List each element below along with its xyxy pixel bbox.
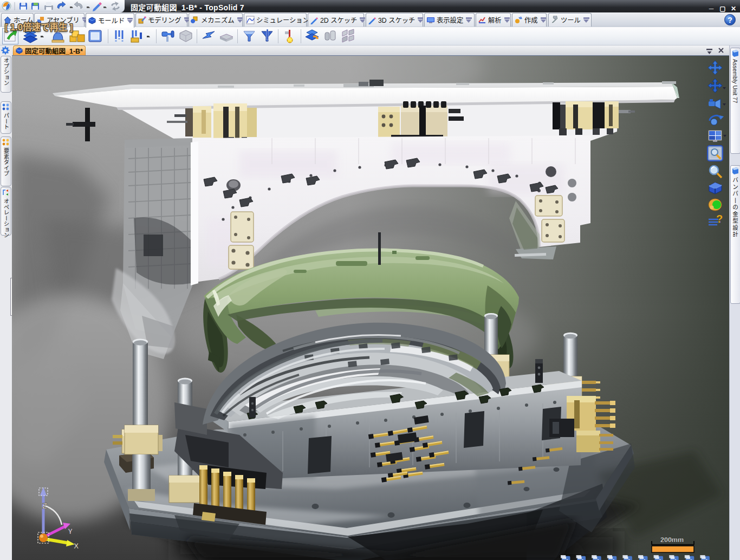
svg-text:X: X — [74, 542, 79, 550]
svg-text:200mm: 200mm — [660, 536, 684, 544]
svg-text:Y: Y — [68, 527, 73, 536]
svg-text:?: ? — [716, 213, 723, 225]
svg-text:Z: Z — [42, 501, 47, 510]
